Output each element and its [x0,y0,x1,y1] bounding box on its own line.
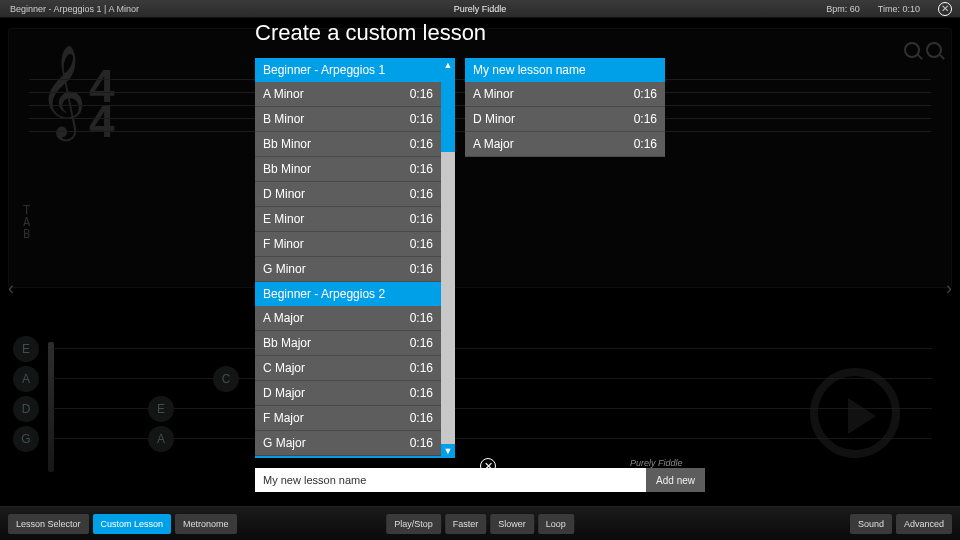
faster-button[interactable]: Faster [445,514,487,534]
bottom-bar: Lesson SelectorCustom LessonMetronome Pl… [0,506,960,540]
scroll-thumb[interactable] [441,72,455,152]
chevron-right-icon[interactable]: › [946,278,952,299]
list-item[interactable]: C Major0:16 [255,356,441,381]
list-item[interactable]: Bb Major0:16 [255,331,441,356]
lesson-selector-button[interactable]: Lesson Selector [8,514,89,534]
list-item[interactable]: A Minor0:16 [255,82,441,107]
advanced-button[interactable]: Advanced [896,514,952,534]
scroll-down-icon[interactable]: ▼ [441,444,455,458]
top-bar: Beginner - Arpeggios 1 | A Minor Purely … [0,0,960,18]
list-item[interactable]: F Major0:16 [255,406,441,431]
play-stop-button[interactable]: Play/Stop [386,514,441,534]
list-item[interactable]: F Minor0:16 [255,232,441,257]
modal-title: Create a custom lesson [255,20,705,46]
group-header[interactable]: Beginner - Scales 1 [255,456,441,458]
note-dot: G [13,426,39,452]
note-dot: A [13,366,39,392]
list-item[interactable]: D Major0:16 [255,381,441,406]
custom-lesson-button[interactable]: Custom Lesson [93,514,172,534]
zoom-in-icon[interactable] [926,42,942,58]
bpm-label: Bpm: 60 [826,4,860,14]
target-list-column: My new lesson nameA Minor0:16D Minor0:16… [465,58,665,458]
note-dot: D [13,396,39,422]
loop-button[interactable]: Loop [538,514,574,534]
close-icon[interactable]: ✕ [938,2,952,16]
note-dot: C [213,366,239,392]
play-arrow-icon [810,368,900,458]
list-item[interactable]: A Major0:16 [465,132,665,157]
app-logo: Purely Fiddle [454,4,507,14]
list-item[interactable]: D Minor0:16 [255,182,441,207]
list-item[interactable]: A Minor0:16 [465,82,665,107]
time-label: Time: 0:10 [878,4,920,14]
list-item[interactable]: B Minor0:16 [255,107,441,132]
list-item[interactable]: G Minor0:16 [255,257,441,282]
breadcrumb: Beginner - Arpeggios 1 | A Minor [0,4,139,14]
zoom-out-icon[interactable] [904,42,920,58]
list-item[interactable]: A Major0:16 [255,306,441,331]
scrollbar[interactable]: ▲ ▼ [441,58,455,458]
scroll-up-icon[interactable]: ▲ [441,58,455,72]
group-header[interactable]: Beginner - Arpeggios 1 [255,58,441,82]
list-item[interactable]: D Minor0:16 [465,107,665,132]
sound-button[interactable]: Sound [850,514,892,534]
source-list-column: Beginner - Arpeggios 1A Minor0:16B Minor… [255,58,455,458]
slower-button[interactable]: Slower [490,514,534,534]
add-new-button[interactable]: Add new [646,468,705,492]
list-item[interactable]: G Major0:16 [255,431,441,456]
note-dot: A [148,426,174,452]
list-item[interactable]: Bb Minor0:16 [255,157,441,182]
list-item[interactable]: Bb Minor0:16 [255,132,441,157]
metronome-button[interactable]: Metronome [175,514,237,534]
note-dot: E [13,336,39,362]
list-item[interactable]: E Minor0:16 [255,207,441,232]
target-header[interactable]: My new lesson name [465,58,665,82]
note-dot: E [148,396,174,422]
lesson-name-input[interactable] [255,468,646,492]
tab-label: T A B [23,204,30,240]
group-header[interactable]: Beginner - Arpeggios 2 [255,282,441,306]
chevron-left-icon[interactable]: ‹ [8,278,14,299]
custom-lesson-modal: Create a custom lesson Beginner - Arpegg… [255,20,705,492]
